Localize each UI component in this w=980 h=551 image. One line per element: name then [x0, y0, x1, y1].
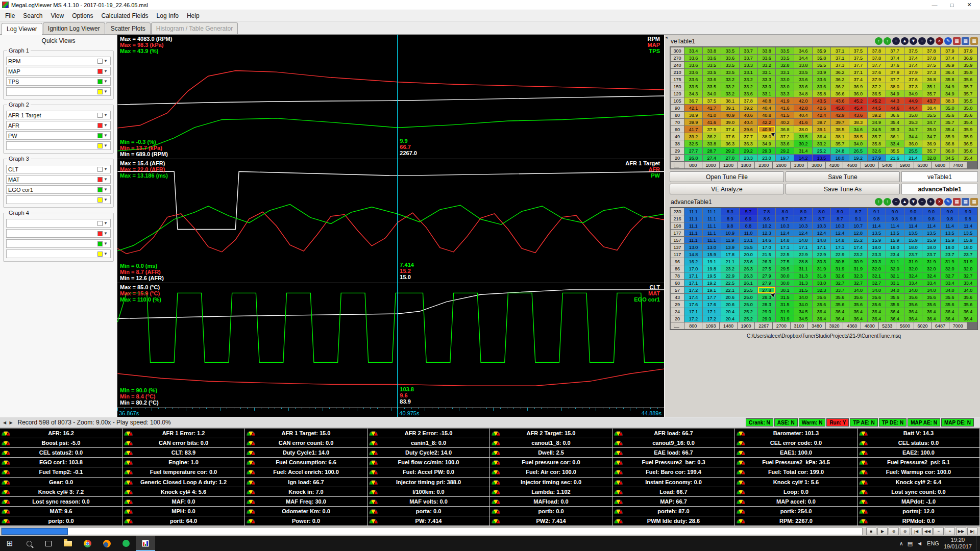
last-record-button[interactable]: ▶| — [967, 528, 977, 535]
gauge-afr-2-error[interactable]: AFR 2 Error: -15.0 — [368, 429, 490, 438]
table-cell[interactable]: 34.4 — [794, 55, 812, 61]
gauge-portb[interactable]: portb: 0.0 — [490, 507, 612, 516]
table-cell[interactable]: 35.7 — [959, 90, 977, 97]
tab-scatter-plots[interactable]: Scatter Plots — [106, 22, 151, 34]
table-cell[interactable]: 44.4 — [904, 105, 922, 111]
table-cell[interactable]: 43.6 — [831, 97, 849, 104]
table-cell[interactable]: 10.3 — [794, 222, 812, 229]
table-cell[interactable]: 34.0 — [922, 287, 940, 293]
panel-splitter[interactable]: ◄ — [664, 35, 668, 417]
table-cell[interactable]: 35.9 — [941, 133, 959, 140]
play-button[interactable]: ▶ — [877, 528, 888, 535]
table-cell[interactable]: 35.8 — [941, 76, 959, 83]
ve-shift-down-icon[interactable]: ▼ — [910, 37, 917, 45]
table-cell[interactable]: 37.6 — [886, 62, 904, 68]
gauge-map[interactable]: MAP: 66.7 — [612, 497, 735, 507]
ve-shift-up-icon[interactable]: ▲ — [901, 37, 909, 45]
table-cell[interactable]: 23.7 — [941, 251, 959, 258]
table-cell[interactable]: 21.4 — [904, 155, 922, 161]
table-cell[interactable]: 42.1 — [684, 105, 702, 111]
table-cell[interactable]: 37.9 — [703, 126, 721, 133]
table-cell[interactable]: 35.6 — [959, 76, 977, 83]
table-cell[interactable]: 30.3 — [868, 258, 886, 265]
table-cell[interactable]: 37.4 — [941, 55, 959, 61]
gauge-fuel-temp2[interactable]: Fuel Temp2: -0.1 — [0, 467, 122, 477]
table-cell[interactable]: 33.0 — [813, 280, 830, 286]
table-cell[interactable]: 35.8 — [904, 112, 922, 118]
table-cell[interactable]: 29.3 — [758, 147, 776, 154]
table-cell[interactable]: 34.0 — [794, 294, 812, 300]
table-cell[interactable]: 29.0 — [758, 315, 776, 322]
ve-increase-more-icon[interactable]: ↑ — [884, 37, 891, 45]
table-cell[interactable]: 33.6 — [684, 69, 702, 76]
table-cell[interactable]: 37.4 — [904, 62, 922, 68]
adv-increase-icon[interactable]: ↑ — [875, 198, 883, 206]
table-cell[interactable]: 31.9 — [776, 308, 794, 315]
table-cell[interactable]: 11.1 — [703, 208, 721, 215]
table-cell[interactable]: 26.8 — [684, 155, 702, 161]
table-cell[interactable]: 19.2 — [703, 280, 721, 286]
table-cell[interactable]: 44.5 — [868, 105, 886, 111]
table-cell[interactable]: 41.5 — [776, 112, 794, 118]
gauge-clt[interactable]: CLT: 83.9 — [122, 448, 245, 458]
table-cell[interactable]: 13.5 — [959, 230, 977, 236]
table-cell[interactable]: 33.0 — [776, 76, 794, 83]
table-cell[interactable]: 36.4 — [904, 308, 922, 315]
table-cell[interactable]: 13.5 — [886, 230, 904, 236]
table-cell[interactable]: 35.6 — [849, 294, 867, 300]
table-cell[interactable]: 35.9 — [959, 133, 977, 140]
table-cell[interactable]: 35.7 — [831, 140, 849, 147]
menu-help[interactable]: Help — [183, 11, 204, 20]
table-cell[interactable]: 33.6 — [721, 55, 739, 61]
table-cell[interactable]: 33.6 — [776, 140, 794, 147]
table-cell[interactable]: 35.6 — [922, 294, 940, 300]
table-cell[interactable]: 32.8 — [776, 62, 794, 68]
table-cell[interactable]: 23.7 — [922, 251, 940, 258]
table-cell[interactable]: 35.6 — [886, 294, 904, 300]
channel-select-empty[interactable]: ▼ — [6, 229, 111, 238]
table-cell[interactable]: 26.5 — [849, 147, 867, 154]
table-cell[interactable]: 32.8 — [922, 155, 940, 161]
table-cell[interactable]: 30.9 — [849, 258, 867, 265]
table-cell[interactable]: 32.0 — [922, 265, 940, 272]
table-cell[interactable]: 15.5 — [740, 244, 757, 251]
table-cell[interactable]: 38.5 — [849, 133, 867, 140]
table-cell[interactable]: 34.9 — [904, 90, 922, 97]
table-cell[interactable]: 37.5 — [922, 62, 940, 68]
table-cell[interactable]: 33.7 — [740, 47, 757, 54]
table-cell[interactable]: 29.2 — [776, 147, 794, 154]
table-cell[interactable]: 34.7 — [922, 133, 940, 140]
table-cell[interactable]: 22.9 — [794, 251, 812, 258]
table-cell[interactable]: 37.3 — [922, 69, 940, 76]
menu-file[interactable]: File — [1, 11, 19, 20]
table-cell[interactable]: 30.2 — [794, 140, 812, 147]
table-cell[interactable]: 27.4 — [703, 155, 721, 161]
table-cell[interactable]: 33.6 — [703, 55, 721, 61]
table-cell[interactable]: 17.1 — [684, 308, 702, 315]
table-cell[interactable]: 33.5 — [721, 69, 739, 76]
table-cell[interactable]: 33.5 — [794, 133, 812, 140]
table-cell[interactable]: 10.2 — [758, 222, 776, 229]
table-cell[interactable]: 35.9 — [959, 126, 977, 133]
adv-subtract-icon[interactable]: − — [918, 198, 926, 206]
table-cell[interactable]: 18.0 — [904, 244, 922, 251]
table-cell[interactable]: 35.7 — [922, 147, 940, 154]
table-cell[interactable]: 34.9 — [886, 90, 904, 97]
channel-select-pw[interactable]: PW▼ — [6, 131, 111, 140]
table-cell[interactable]: 36.7 — [684, 97, 702, 104]
table-cell[interactable]: 39.2 — [868, 112, 886, 118]
gauge-afr-1-error[interactable]: AFR 1 Error: 1.2 — [122, 429, 245, 438]
ve-table-view-icon[interactable]: ▦ — [953, 37, 961, 45]
table-cell[interactable]: 37.7 — [740, 133, 757, 140]
rewind-button[interactable]: ◀◀ — [922, 528, 933, 535]
table-cell[interactable]: 22.1 — [721, 287, 739, 293]
table-cell[interactable]: 39.1 — [813, 126, 830, 133]
table-cell[interactable]: 35.0 — [959, 105, 977, 111]
table-cell[interactable]: 40.2 — [776, 119, 794, 126]
vetable1-tab[interactable]: veTable1 — [901, 171, 978, 182]
table-cell[interactable]: 36.8 — [941, 140, 959, 147]
ve-grid-view-icon[interactable]: ▦ — [962, 37, 969, 45]
table-cell[interactable]: 25.2 — [813, 147, 830, 154]
adv-decrease-icon[interactable]: − — [892, 198, 900, 206]
table-cell[interactable]: 38.5 — [831, 126, 849, 133]
